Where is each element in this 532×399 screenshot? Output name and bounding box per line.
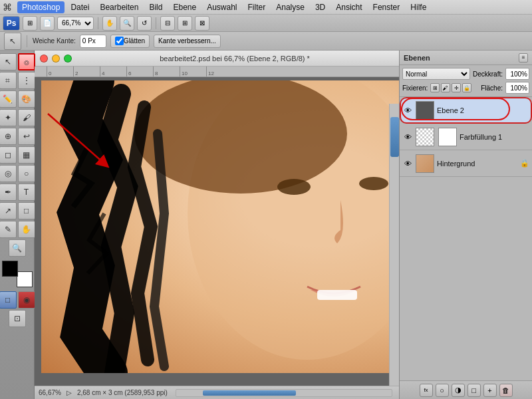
canvas-area: bearbeitet2.psd bei 66,7% (Ebene 2, RGB/… [35,51,399,399]
layer-eye-fill1[interactable]: 👁 [402,132,413,142]
extras-icon[interactable]: ⊠ [195,16,209,31]
menu-auswahl[interactable]: Auswahl [202,1,241,13]
ruler-mark-4: 8 [153,66,180,76]
menu-photoshop[interactable]: Photoshop [17,1,65,13]
layer-item-fill1[interactable]: 👁 Farbfüllung 1 [400,124,532,150]
layers-panel-header: Ebenen ≡ [400,51,532,65]
grid-icon[interactable]: ⊞ [178,16,192,31]
path-selection-tool[interactable]: ↗ [0,202,17,219]
scrollbar-thumb[interactable] [390,117,399,157]
move-tool[interactable]: ↖ [0,53,17,70]
size-status: 2,68 cm × 3 cm (2589,953 ppi) [77,389,168,396]
lasso-tool[interactable]: ⌾ [18,53,35,70]
menu-bearbeiten[interactable]: Bearbeiten [95,1,143,13]
rotate-icon[interactable]: ↺ [137,16,152,31]
layers-panel-menu-button[interactable]: ≡ [519,53,528,63]
window-minimize-button[interactable] [52,55,60,63]
ruler-mark-3: 6 [126,66,153,76]
pen-tool[interactable]: ✒ [0,184,17,201]
add-style-button[interactable]: fx [420,384,433,397]
healing-tool[interactable]: ✦ [0,109,17,126]
smooth-check[interactable] [115,37,124,45]
opacity-input[interactable] [505,68,529,80]
ruler-mark-0: 0 [47,66,73,76]
eraser-tool[interactable]: ◻ [0,146,17,164]
menu-bild[interactable]: Bild [144,1,167,13]
menu-analyse[interactable]: Analyse [271,1,309,13]
main-area: ↖ ⌾ ⌗ ⋮ ✏️ 🎨 ✦ 🖌 ⊕ ↩ ◻ ▦ ◎ ○ ✒ T [0,51,532,399]
menu-hilfe[interactable]: Hilfe [406,1,431,13]
add-mask-button[interactable]: ○ [436,384,449,397]
tool-row-2: ⌗ ⋮ [0,72,35,89]
vertical-scrollbar[interactable] [389,104,399,386]
gradient-tool[interactable]: ▦ [18,146,35,164]
zoom-tool-icon[interactable]: 🔍 [120,16,134,31]
brush-tool[interactable]: 🖌 [18,109,35,126]
eyedropper-tool[interactable]: ✏️ [0,90,17,108]
layer-item-hintergrund[interactable]: 👁 Hintergrund 🔒 [400,150,532,177]
history-brush-tool[interactable]: ↩ [18,128,35,145]
fill-input[interactable] [505,82,529,94]
blend-mode-select[interactable]: Normal Multiplizieren [402,68,470,80]
tool-row-1: ↖ ⌾ [0,53,35,70]
fill-thumb-pattern [416,128,434,146]
menu-datei[interactable]: Datei [66,1,94,13]
color-sampler-tool[interactable]: 🎨 [18,90,35,108]
delete-layer-button[interactable]: 🗑 [499,384,513,397]
improve-button[interactable]: Kante verbessern... [154,35,221,48]
edge-input[interactable] [80,35,106,48]
hand-pan-tool[interactable]: ✋ [18,221,35,238]
arrange-icon[interactable]: ⊟ [160,16,175,31]
layer-item-ebene2[interactable]: 👁 Ebene 2 [400,97,532,124]
lock-transparent-icon[interactable]: ⊞ [430,83,440,92]
window-maximize-button[interactable] [64,55,72,63]
layer-thumb-fill1-mask [438,128,457,146]
lock-image-icon[interactable]: 🖌 [441,83,450,92]
zoom-select[interactable]: 66,7% 100% 50% [57,17,94,30]
create-group-button[interactable]: □ [467,384,481,397]
type-tool[interactable]: T [18,184,35,201]
edge-label: Weiche Kante: [33,37,76,45]
hand-tool-icon[interactable]: ✋ [102,16,117,31]
horizontal-scrollbar[interactable] [176,389,392,397]
menu-filter[interactable]: Filter [243,1,271,13]
create-layer-button[interactable]: + [483,384,497,397]
canvas-title: bearbeitet2.psd bei 66,7% (Ebene 2, RGB/… [76,55,394,63]
quick-mask-on-button[interactable]: ◉ [18,291,35,309]
menu-bar: ⌘ Photoshop Datei Bearbeiten Bild Ebene … [0,0,532,15]
layer-eye-hintergrund[interactable]: 👁 [402,158,413,169]
clone-tool[interactable]: ⊕ [0,128,17,145]
apple-menu[interactable]: ⌘ [3,2,12,13]
slice-tool[interactable]: ⋮ [18,72,35,89]
menu-ansicht[interactable]: Ansicht [331,1,366,13]
screen-mode-button[interactable]: ⊡ [9,310,26,327]
window-close-button[interactable] [40,55,48,63]
color-picker[interactable] [2,261,33,287]
menu-fenster[interactable]: Fenster [368,1,405,13]
dodge-tool[interactable]: ○ [18,165,35,182]
blend-mode-row: Normal Multiplizieren Deckkraft: [402,68,529,80]
shape-tool[interactable]: □ [18,202,35,219]
background-color-box[interactable] [17,271,33,287]
lock-all-icon[interactable]: 🔒 [462,83,471,92]
foreground-color-box[interactable] [2,261,18,277]
menu-ebene[interactable]: Ebene [168,1,201,13]
quick-mask-off-button[interactable]: □ [0,291,17,309]
hscrollbar-thumb[interactable] [203,390,296,396]
tool-row-mask: □ ◉ [0,291,35,309]
layer-eye-ebene2[interactable]: 👁 [402,105,413,116]
lock-position-icon[interactable]: ✛ [452,83,461,92]
layers-panel: Ebenen ≡ Normal Multiplizieren Deckkraft… [399,51,532,399]
blur-tool[interactable]: ◎ [0,165,17,182]
smooth-checkbox[interactable]: Glätten [110,35,150,48]
mode-arrow-button[interactable]: ↖ [4,33,21,50]
add-adjustment-button[interactable]: ◑ [452,384,465,397]
svg-rect-6 [317,290,357,300]
settings-icon[interactable]: ⊞ [23,16,37,31]
menu-3d[interactable]: 3D [311,1,330,13]
crop-tool[interactable]: ⌗ [0,72,17,89]
document-icon[interactable]: 📄 [40,16,55,31]
zoom-view-tool[interactable]: 🔍 [9,239,26,257]
notes-tool[interactable]: ✎ [0,221,17,238]
tool-row-5: ⊕ ↩ [0,128,35,145]
